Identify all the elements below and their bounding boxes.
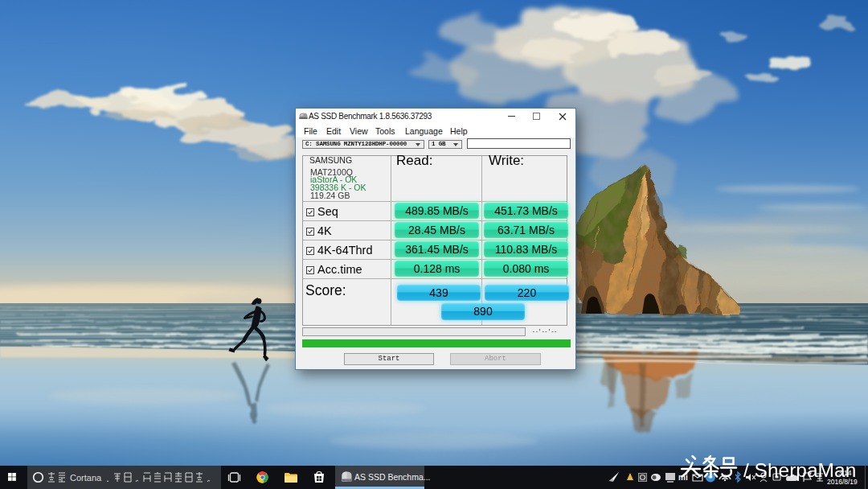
svg-text:/ SherpaMan: / SherpaMan [743, 459, 856, 481]
